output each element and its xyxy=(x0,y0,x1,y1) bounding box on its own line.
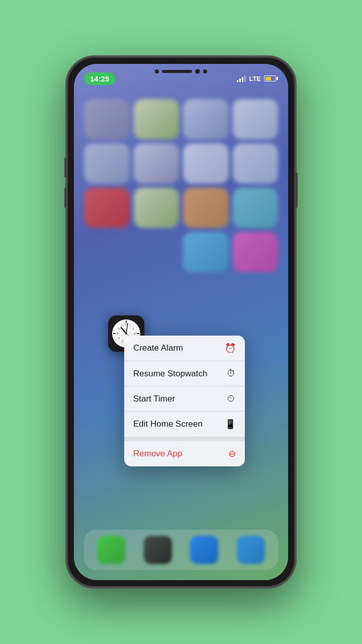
svg-text:11: 11 xyxy=(121,324,124,327)
app-icon-1[interactable] xyxy=(84,99,130,139)
time-display: 14:25 xyxy=(84,72,115,85)
phone-screen: 14:25 LTE xyxy=(74,64,288,580)
menu-item-edit-home-screen[interactable]: Edit Home Screen 📱 xyxy=(124,412,245,437)
svg-text:2: 2 xyxy=(133,327,134,330)
stopwatch-icon: ⏱ xyxy=(227,368,236,379)
app-icon-12[interactable] xyxy=(233,188,279,228)
resume-stopwatch-label: Resume Stopwatch xyxy=(133,369,207,379)
menu-item-resume-stopwatch[interactable]: Resume Stopwatch ⏱ xyxy=(124,361,245,386)
svg-text:10: 10 xyxy=(118,327,121,330)
menu-item-remove-app[interactable]: Remove App ⊖ xyxy=(124,441,245,466)
menu-divider xyxy=(124,437,245,441)
dock-icon-safari[interactable] xyxy=(144,536,172,564)
app-grid xyxy=(74,94,288,277)
svg-text:8: 8 xyxy=(119,337,120,340)
app-icon-5[interactable] xyxy=(84,143,130,184)
app-icon-2[interactable] xyxy=(134,99,179,139)
signal-icon xyxy=(237,75,246,82)
svg-point-20 xyxy=(125,333,127,335)
menu-item-start-timer[interactable]: Start Timer ⏲ xyxy=(124,386,245,412)
alarm-icon: ⏰ xyxy=(225,343,236,354)
volume-down-button[interactable] xyxy=(64,188,67,208)
context-menu: Create Alarm ⏰ Resume Stopwatch ⏱ Start … xyxy=(124,336,245,466)
app-icon-3[interactable] xyxy=(183,99,229,139)
timer-icon: ⏲ xyxy=(227,393,236,404)
app-icon-13[interactable] xyxy=(183,232,229,272)
app-icon-10[interactable] xyxy=(134,188,179,228)
app-icon-9[interactable] xyxy=(84,188,130,228)
menu-item-create-alarm[interactable]: Create Alarm ⏰ xyxy=(124,336,245,361)
svg-text:7: 7 xyxy=(122,340,123,343)
edit-icon: 📱 xyxy=(225,419,236,430)
dock-icon-mail[interactable] xyxy=(237,536,265,564)
app-icon-6[interactable] xyxy=(134,143,179,184)
dock xyxy=(84,530,278,570)
app-icon-14[interactable] xyxy=(233,232,279,272)
create-alarm-label: Create Alarm xyxy=(133,343,183,353)
phone-outer: 14:25 LTE xyxy=(65,55,297,589)
remove-app-label: Remove App xyxy=(133,449,182,459)
remove-icon: ⊖ xyxy=(228,448,236,459)
dock-icon-messages[interactable] xyxy=(190,536,218,564)
power-button[interactable] xyxy=(295,173,298,208)
svg-text:1: 1 xyxy=(130,324,131,327)
start-timer-label: Start Timer xyxy=(133,394,175,404)
lte-label: LTE xyxy=(249,75,261,83)
status-right: LTE xyxy=(237,75,278,83)
app-icon-11[interactable] xyxy=(183,188,229,228)
app-icon-8[interactable] xyxy=(233,143,279,184)
status-bar: 14:25 LTE xyxy=(74,64,288,89)
app-icon-4[interactable] xyxy=(233,99,279,139)
app-icon-7[interactable] xyxy=(183,143,229,184)
edit-home-screen-label: Edit Home Screen xyxy=(133,419,203,429)
volume-up-button[interactable] xyxy=(64,157,67,178)
dock-icon-phone[interactable] xyxy=(97,536,125,564)
battery-icon xyxy=(264,75,278,82)
